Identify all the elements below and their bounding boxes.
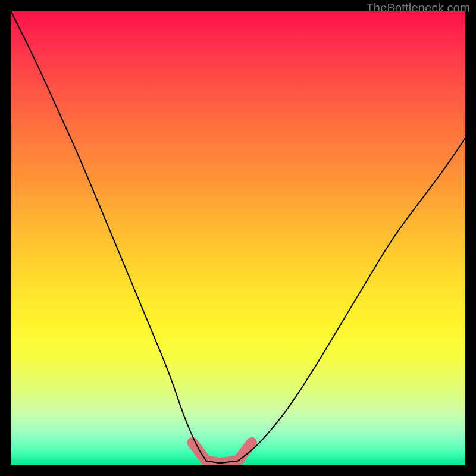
plot-frame	[11, 11, 465, 465]
curve-layer	[11, 11, 465, 465]
bottleneck-curve-right	[238, 138, 465, 461]
chart-stage: TheBottleneck.com	[0, 0, 476, 476]
bottleneck-curve-left	[11, 11, 206, 461]
